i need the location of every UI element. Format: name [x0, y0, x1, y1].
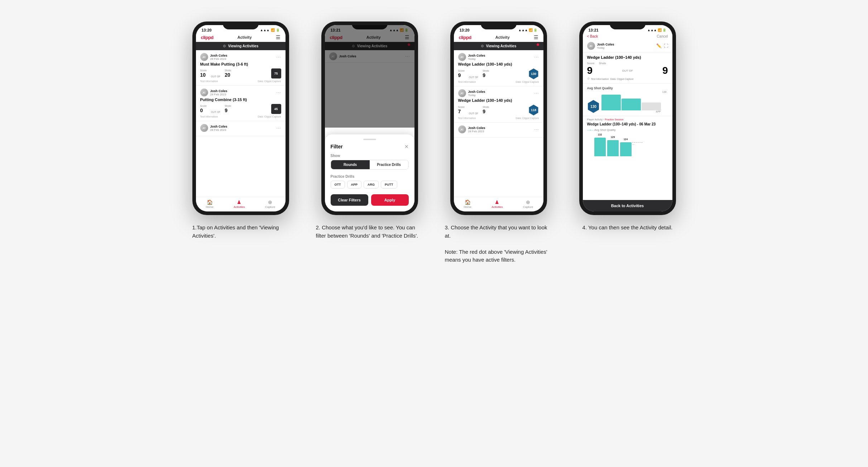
filter-title: Filter: [331, 144, 343, 149]
expand-icon[interactable]: ⛶: [664, 43, 668, 48]
avatar-1-2: JC: [200, 89, 208, 96]
nav-capture-3[interactable]: ⊕ Capture: [523, 199, 533, 209]
nav-home-1[interactable]: 🏠 Home: [206, 199, 214, 209]
card-footer-3-2: Test Information Data: Clippd Capture: [458, 117, 539, 119]
apply-button[interactable]: Apply: [371, 194, 409, 206]
card-header-1-3: JC Josh Coles 28 Feb 2023 ···: [200, 124, 281, 132]
hamburger-icon-3[interactable]: ☰: [534, 34, 538, 40]
status-icons-4: ▲▲▲ 📶 🔋: [647, 28, 667, 32]
bottom-nav-3: 🏠 Home ♟ Activities ⊕ Capture: [454, 197, 543, 211]
stats-row-1-1: Score 10 OUT OF Shots 20 75: [200, 68, 281, 78]
red-dot-3: [537, 43, 539, 46]
avg-quality-section: Avg Shot Quality 130 130: [583, 84, 672, 116]
card-menu-1-2[interactable]: ···: [276, 90, 281, 95]
stats-row-3-1: Score 9 OUT OF Shots 9 130: [458, 68, 539, 79]
nav-activities-3[interactable]: ♟ Activities: [491, 199, 503, 209]
viewing-banner-3[interactable]: ⚙ Viewing Activities: [454, 42, 543, 50]
drill-name-1-1: Must Make Putting (3-6 ft): [200, 62, 281, 66]
status-time-4: 13:21: [589, 28, 599, 32]
user-date-1-2: 28 Feb 2023: [210, 93, 227, 96]
user-row-3-2: JC Josh Coles Today: [458, 89, 485, 97]
viewing-banner-1[interactable]: ⚙ Viewing Activities: [196, 42, 286, 50]
activity-card-3-1[interactable]: JC Josh Coles Today ··· Wedge Ladder (10…: [454, 50, 543, 86]
activities-label-3: Activities: [491, 205, 503, 209]
card-menu-3-1[interactable]: ···: [534, 54, 539, 59]
phone-2-screen: 13:21 ▲▲▲ 📶 🔋 clippd Activity ☰ ⚙ Viewin…: [325, 25, 414, 211]
page-container: 13:20 ▲▲▲ 📶 🔋 clippd Activity ☰ ⚙ Vi: [183, 22, 685, 264]
data-source-1-2: Data: Clippd Capture: [258, 115, 281, 118]
filter-close-button[interactable]: ✕: [404, 144, 409, 149]
chip-ott[interactable]: OTT: [331, 181, 345, 189]
chip-putt[interactable]: PUTT: [381, 181, 397, 189]
bar-124: 124 —: [620, 142, 632, 156]
card-menu-3-3[interactable]: ···: [534, 127, 539, 132]
user-name-1-2: Josh Coles: [210, 89, 227, 93]
stats-row-1-2: Score 0 OUT OF Shots 9 45: [200, 104, 281, 114]
bar-129: 129: [607, 140, 619, 157]
filter-icon-3: ⚙: [481, 44, 484, 48]
nav-capture-1[interactable]: ⊕ Capture: [265, 199, 275, 209]
back-to-activities-button[interactable]: Back to Activities: [583, 200, 672, 211]
back-button[interactable]: < Back: [587, 34, 598, 38]
filter-toggle-row: Rounds Practice Drills: [331, 160, 409, 170]
cancel-button[interactable]: Cancel: [657, 34, 668, 38]
filter-actions: Clear Filters Apply: [331, 194, 409, 206]
chart-bar-1: [601, 95, 621, 110]
user-date-1-3: 28 Feb 2023: [210, 128, 227, 132]
detail-drill-name: Wedge Ladder (100–140 yds): [587, 55, 668, 59]
quality-badge-1-2: 45: [271, 104, 281, 114]
chip-app[interactable]: APP: [347, 181, 362, 189]
card-menu-1-3[interactable]: ···: [276, 125, 281, 130]
chip-arg[interactable]: ARG: [364, 181, 379, 189]
session-prefix: Player Activity › Practice Session: [587, 118, 668, 121]
user-row-4: JC Josh Coles Today: [587, 42, 614, 50]
data-source-1-1: Data: Clippd Capture: [258, 80, 281, 82]
phone-2: 13:21 ▲▲▲ 📶 🔋 clippd Activity ☰ ⚙ Viewin…: [321, 22, 418, 215]
filter-handle: [363, 139, 376, 140]
card-footer-1-2: Test Information Data: Clippd Capture: [200, 115, 281, 118]
phone-1-screen: 13:20 ▲▲▲ 📶 🔋 clippd Activity ☰ ⚙ Vi: [196, 25, 286, 211]
status-time-3: 13:20: [460, 28, 470, 32]
card-header-3-2: JC Josh Coles Today ···: [458, 89, 539, 97]
activity-card-3-3[interactable]: JC Josh Coles 28 Feb 2023 ···: [454, 123, 543, 138]
user-name-3-1: Josh Coles: [468, 54, 485, 57]
app-logo-1: clippd: [201, 35, 214, 40]
edit-icon[interactable]: ✏️: [656, 43, 662, 48]
step-1-column: 13:20 ▲▲▲ 📶 🔋 clippd Activity ☰ ⚙ Vi: [183, 22, 298, 240]
nav-home-3[interactable]: 🏠 Home: [464, 199, 471, 209]
capture-label-1: Capture: [265, 205, 275, 209]
drills-label: Practice Drills: [331, 175, 409, 178]
filter-header: Filter ✕: [331, 144, 409, 149]
info-1-2: Test Information: [200, 115, 218, 118]
detail-header: < Back Cancel: [583, 33, 672, 40]
activity-card-1-1: JC Josh Coles 28 Feb 2023 ··· Must Make …: [196, 50, 286, 86]
avatar-3-2: JC: [458, 89, 466, 97]
user-info-1-1: Josh Coles 28 Feb 2023: [210, 54, 227, 61]
rounds-toggle[interactable]: Rounds: [331, 160, 370, 169]
detail-info: Test Information: [591, 78, 609, 80]
session-title: Wedge Ladder (100–140 yds) - 06 Mar 23: [587, 122, 668, 126]
chart-bar-3: [642, 103, 661, 110]
card-menu-1-1[interactable]: ···: [276, 54, 281, 59]
user-info-1-3: Josh Coles 28 Feb 2023: [210, 125, 227, 132]
filter-chips-row: OTT APP ARG PUTT: [331, 181, 409, 189]
phone-3-screen: 13:20 ▲▲▲ 📶 🔋 clippd Activity ☰ ⚙ Viewin…: [454, 25, 543, 211]
hamburger-icon-1[interactable]: ☰: [276, 34, 280, 40]
detail-data: Data: Clippd Capture: [610, 78, 633, 80]
nav-activities-1[interactable]: ♟ Activities: [234, 199, 245, 209]
filter-modal: Filter ✕ Show Rounds Practice Drills Pra…: [325, 134, 414, 211]
user-name-3-2: Josh Coles: [468, 90, 485, 94]
stats-row-3-2: Score 7 OUT OF Shots 9 118: [458, 105, 539, 115]
card-menu-3-2[interactable]: ···: [534, 91, 539, 96]
user-name-1-3: Josh Coles: [210, 125, 227, 128]
activities-list-1: JC Josh Coles 28 Feb 2023 ··· Must Make …: [196, 50, 286, 197]
clear-filters-button[interactable]: Clear Filters: [331, 194, 368, 206]
detail-score: 9: [587, 65, 593, 76]
practice-drills-toggle[interactable]: Practice Drills: [370, 160, 408, 169]
session-section: Player Activity › Practice Session Wedge…: [583, 116, 672, 159]
capture-icon-3: ⊕: [526, 199, 530, 205]
card-footer-1-1: Test Information Data: Clippd Capture: [200, 80, 281, 82]
avatar-3-3: JC: [458, 125, 466, 133]
user-date-3-2: Today: [468, 94, 485, 97]
activity-card-3-2[interactable]: JC Josh Coles Today ··· Wedge Ladder (10…: [454, 86, 543, 123]
